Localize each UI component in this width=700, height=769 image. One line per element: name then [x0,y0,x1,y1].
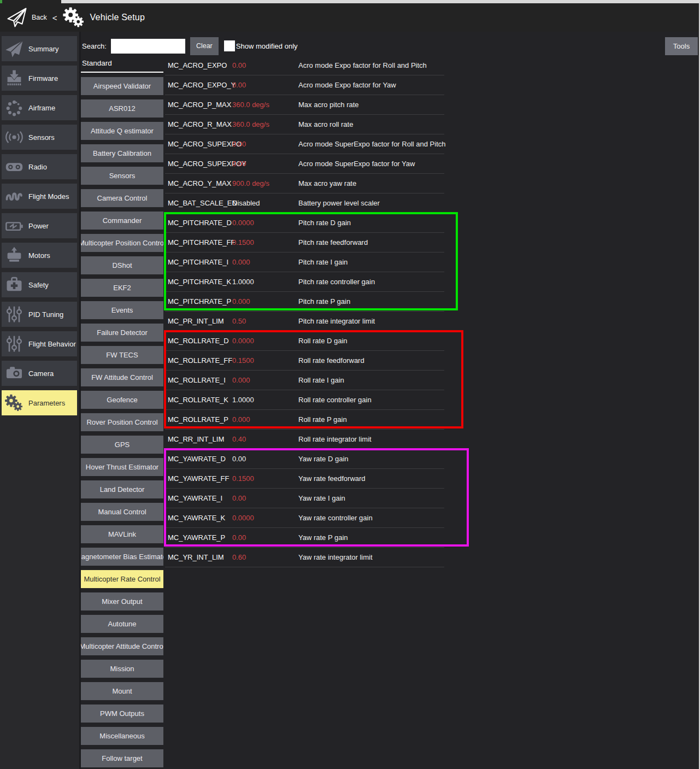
param-row-mc_rollrate_d[interactable]: MC_ROLLRATE_D0.0000Roll rate D gain [165,331,444,351]
param-name: MC_PITCHRATE_K [165,278,232,286]
param-name: MC_ROLLRATE_FF [165,356,232,365]
param-name: MC_ROLLRATE_P [165,415,232,424]
param-value: 0.00 [232,494,298,502]
group-button-manual-control[interactable]: Manual Control [81,503,163,521]
sidebar-item-label: Flight Behavior [28,340,76,348]
param-row-mc_yawrate_i[interactable]: MC_YAWRATE_I0.00Yaw rate I gain [165,489,444,508]
breadcrumb-separator: < [52,13,57,22]
param-row-mc_acro_expo_y[interactable]: MC_ACRO_EXPO_Y0.00Acro mode Expo factor … [165,75,444,95]
parameter-groups: Standard Airspeed ValidatorASR012Attitud… [81,56,163,767]
group-button-battery-calibration[interactable]: Battery Calibration [81,144,163,162]
param-row-mc_yawrate_d[interactable]: MC_YAWRATE_D0.00Yaw rate D gain [165,449,444,469]
group-button-mavlink[interactable]: MAVLink [81,525,163,543]
group-button-magnetometer-bias-estimator[interactable]: Magnetometer Bias Estimator [81,548,163,566]
group-button-multicopter-attitude-control[interactable]: Multicopter Attitude Control [81,637,163,655]
param-value: 0.00 [232,160,298,168]
param-row-mc_yawrate_ff[interactable]: MC_YAWRATE_FF0.1500Yaw rate feedforward [165,469,444,489]
sidebar-item-pid-tuning[interactable]: PID Tuning [2,302,77,327]
param-value: 0.00 [232,61,298,69]
group-button-gps[interactable]: GPS [81,436,163,454]
page-title: Vehicle Setup [90,13,145,22]
back-button[interactable]: Back [32,14,47,21]
param-value: 0.50 [232,317,298,325]
param-description: Yaw rate P gain [298,533,348,542]
group-button-pwm-outputs[interactable]: PWM Outputs [81,705,163,723]
sidebar-item-safety[interactable]: Safety [2,272,77,297]
param-row-mc_pitchrate_d[interactable]: MC_PITCHRATE_D0.0000Pitch rate D gain [165,213,444,233]
group-button-attitude-q-estimator[interactable]: Attitude Q estimator [81,122,163,140]
param-description: Acro mode SuperExpo factor for Yaw [298,160,415,168]
sidebar-item-firmware[interactable]: Firmware [2,66,77,91]
show-modified-checkbox[interactable] [224,40,235,51]
group-button-camera-control[interactable]: Camera Control [81,189,163,207]
param-row-mc_rr_int_lim[interactable]: MC_RR_INT_LIM0.40Roll rate integrator li… [165,430,444,449]
group-button-miscellaneous[interactable]: Miscellaneous [81,727,163,745]
param-row-mc_acro_expo[interactable]: MC_ACRO_EXPO0.00Acro mode Expo factor fo… [165,56,444,75]
group-button-rover-position-control[interactable]: Rover Position Control [81,413,163,431]
sidebar-item-camera[interactable]: Camera [2,361,77,386]
param-row-mc_acro_p_max[interactable]: MC_ACRO_P_MAX360.0 deg/sMax acro pitch r… [165,95,444,115]
group-button-airspeed-validator[interactable]: Airspeed Validator [81,77,163,95]
group-button-autotune[interactable]: Autotune [81,615,163,633]
param-value: Disabled [232,199,298,207]
param-row-mc_acro_supexpoy[interactable]: MC_ACRO_SUPEXPOY0.00Acro mode SuperExpo … [165,154,444,174]
sidebar-item-parameters[interactable]: Parameters [2,390,77,415]
group-button-sensors[interactable]: Sensors [81,167,163,185]
group-button-mission[interactable]: Mission [81,660,163,678]
sidebar-item-radio[interactable]: Radio [2,154,77,179]
param-row-mc_pitchrate_k[interactable]: MC_PITCHRATE_K1.0000Pitch rate controlle… [165,272,444,292]
param-name: MC_RR_INT_LIM [165,435,232,443]
param-row-mc_rollrate_ff[interactable]: MC_ROLLRATE_FF0.1500Roll rate feedforwar… [165,351,444,371]
tuning-sliders-icon [4,334,24,354]
param-description: Acro mode SuperExpo factor for Roll and … [298,140,446,148]
param-row-mc_pitchrate_ff[interactable]: MC_PITCHRATE_FF0.1500Pitch rate feedforw… [165,233,444,253]
sidebar-item-label: Radio [28,163,47,171]
group-button-follow-target[interactable]: Follow target [81,749,163,767]
group-header-standard[interactable]: Standard [81,56,163,73]
group-button-asr012[interactable]: ASR012 [81,99,163,118]
param-row-mc_yr_int_lim[interactable]: MC_YR_INT_LIM0.60Yaw rate integrator lim… [165,548,444,567]
qgc-plane-logo-icon[interactable] [5,7,28,28]
motor-icon [4,245,24,265]
group-button-land-detector[interactable]: Land Detector [81,480,163,498]
param-value: 0.00 [232,140,298,148]
safety-case-icon [4,275,24,295]
group-button-dshot[interactable]: DShot [81,256,163,274]
param-row-mc_rollrate_i[interactable]: MC_ROLLRATE_I0.000Roll rate I gain [165,371,444,390]
search-input[interactable] [111,39,185,54]
group-button-multicopter-position-control[interactable]: Multicopter Position Control [81,234,163,252]
group-button-events[interactable]: Events [81,301,163,319]
group-button-failure-detector[interactable]: Failure Detector [81,324,163,342]
param-row-mc_yawrate_p[interactable]: MC_YAWRATE_P0.00Yaw rate P gain [165,528,444,548]
sidebar-item-flight-modes[interactable]: Flight Modes [2,184,77,209]
sidebar-item-motors[interactable]: Motors [2,243,77,268]
param-row-mc_yawrate_k[interactable]: MC_YAWRATE_K0.0000Yaw rate controller ga… [165,508,444,528]
group-button-mount[interactable]: Mount [81,682,163,700]
sidebar-item-flight-behavior[interactable]: Flight Behavior [2,331,77,356]
param-row-mc_pitchrate_p[interactable]: MC_PITCHRATE_P0.000Pitch rate P gain [165,292,444,312]
tools-button[interactable]: Tools [665,37,698,55]
group-button-fw-tecs[interactable]: FW TECS [81,346,163,364]
sidebar-item-power[interactable]: Power [2,213,77,238]
sidebar-item-sensors[interactable]: Sensors [2,125,77,150]
group-button-ekf2[interactable]: EKF2 [81,279,163,297]
param-row-mc_pr_int_lim[interactable]: MC_PR_INT_LIM0.50Pitch rate integrator l… [165,312,444,331]
group-button-fw-attitude-control[interactable]: FW Attitude Control [81,368,163,386]
group-button-geofence[interactable]: Geofence [81,391,163,409]
group-button-multicopter-rate-control[interactable]: Multicopter Rate Control [81,570,163,588]
param-row-mc_rollrate_k[interactable]: MC_ROLLRATE_K1.0000Roll rate controller … [165,390,444,410]
group-button-mixer-output[interactable]: Mixer Output [81,592,163,610]
param-row-mc_rollrate_p[interactable]: MC_ROLLRATE_P0.000Roll rate P gain [165,410,444,430]
param-row-mc_pitchrate_i[interactable]: MC_PITCHRATE_I0.000Pitch rate I gain [165,253,444,272]
group-button-commander[interactable]: Commander [81,212,163,230]
sidebar-item-airframe[interactable]: Airframe [2,95,77,120]
clear-button[interactable]: Clear [190,37,219,55]
sidebar-item-summary[interactable]: Summary [2,36,77,61]
firmware-download-icon [4,68,24,88]
param-row-mc_acro_supexpo[interactable]: MC_ACRO_SUPEXPO0.00Acro mode SuperExpo f… [165,134,444,154]
param-value: 0.0000 [232,337,298,345]
param-row-mc_acro_y_max[interactable]: MC_ACRO_Y_MAX900.0 deg/sMax acro yaw rat… [165,174,444,193]
param-row-mc_acro_r_max[interactable]: MC_ACRO_R_MAX360.0 deg/sMax acro roll ra… [165,115,444,134]
group-button-hover-thrust-estimator[interactable]: Hover Thrust Estimator [81,458,163,476]
param-row-mc_bat_scale_en[interactable]: MC_BAT_SCALE_ENDisabledBattery power lev… [165,193,444,213]
